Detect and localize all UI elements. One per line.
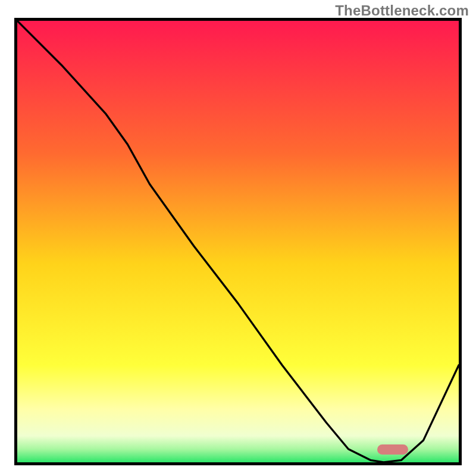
curve-layer (17, 21, 459, 462)
watermark-label: TheBottleneck.com (335, 2, 469, 19)
plot-frame (14, 18, 462, 465)
optimum-marker (377, 444, 408, 454)
bottleneck-curve (17, 21, 459, 462)
chart-container: TheBottleneck.com (0, 0, 476, 476)
